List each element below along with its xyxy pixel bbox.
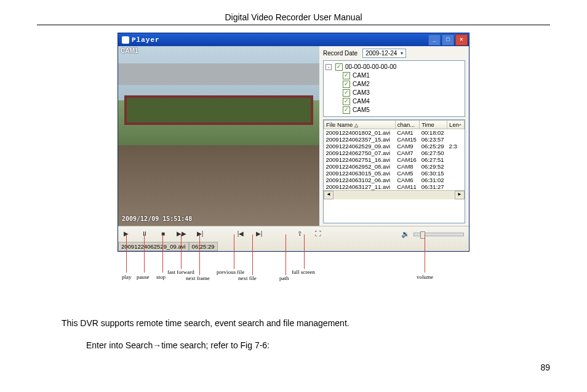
title-rule (37, 25, 550, 25)
checkbox-icon[interactable]: ✓ (343, 72, 350, 79)
tree-item[interactable]: ✓CAM2 (325, 80, 463, 89)
next-frame-button[interactable]: ▶| (196, 229, 204, 238)
checkbox-icon[interactable]: ✓ (343, 106, 350, 114)
pause-button[interactable]: ⏸ (140, 229, 149, 238)
record-date-picker[interactable]: 2009-12-24 ▾ (362, 49, 406, 58)
table-row[interactable]: 20091224062952_08.aviCAM806:29:52 (324, 163, 465, 170)
tree-collapse-icon[interactable]: - (325, 64, 332, 70)
col-time[interactable]: Time (420, 121, 447, 129)
playback-controls: ▶ ⏸ ■ ▶▶ ▶| |◀ ▶| ⇪ ⛶ 🔉 20091224062529_0… (118, 226, 469, 251)
tree-item-label: CAM1 (353, 71, 370, 80)
video-pane: CAM1 2009/12/09 15:51:48 (118, 46, 319, 226)
col-length[interactable]: Len^ (447, 121, 465, 129)
player-window: Player _ □ × CAM1 2009/12/09 15:51:48 Re… (118, 33, 469, 252)
status-filename: 20091224062529_09.avi (118, 242, 189, 251)
stop-button[interactable]: ■ (159, 229, 167, 238)
camera-label: CAM1 (121, 47, 138, 54)
body-paragraph-1: This DVR supports remote time search, ev… (62, 318, 550, 328)
checkbox-icon[interactable]: ✓ (335, 63, 343, 71)
tree-item[interactable]: ✓CAM4 (325, 97, 463, 106)
next-file-button[interactable]: ▶| (255, 229, 263, 238)
table-row[interactable]: 20091224062357_15.aviCAM1506:23:57 (324, 136, 465, 143)
device-tree[interactable]: - ✓ 00-00-00-00-00-00 ✓CAM1✓CAM2✓CAM3✓CA… (323, 60, 465, 117)
tree-item-label: CAM2 (353, 80, 370, 89)
maximize-button[interactable]: □ (442, 34, 454, 46)
scroll-right-icon[interactable]: ► (455, 191, 465, 199)
status-time: 06:25:29 (189, 242, 218, 251)
col-channel[interactable]: chan... (395, 121, 419, 129)
tree-root-label: 00-00-00-00-00-00 (345, 63, 396, 71)
body-paragraph-2: Enter into Search→time search; refer to … (86, 340, 550, 350)
col-filename[interactable]: File Name △ (324, 121, 396, 129)
video-timestamp: 2009/12/09 15:51:48 (122, 215, 192, 222)
tree-item[interactable]: ✓CAM5 (325, 106, 463, 114)
volume-icon[interactable]: 🔉 (401, 230, 410, 238)
fast-forward-button[interactable]: ▶▶ (177, 229, 186, 238)
tree-item-label: CAM4 (353, 97, 370, 106)
close-button[interactable]: × (455, 34, 468, 46)
file-list[interactable]: File Name △ chan... Time Len^ 2009122400… (323, 119, 465, 223)
checkbox-icon[interactable]: ✓ (343, 89, 350, 97)
dropdown-icon: ▾ (401, 50, 403, 56)
h-scrollbar[interactable]: ◄ ► (324, 190, 465, 199)
table-row[interactable]: 20091224063127_11.aviCAM1106:31:27 (324, 183, 465, 190)
table-row[interactable]: 20091224062751_16.aviCAM1606:27:51 (324, 156, 465, 163)
page-number: 89 (37, 362, 550, 372)
table-row[interactable]: 20091224001802_01.aviCAM100:18:02 (324, 129, 465, 137)
path-button[interactable]: ⇪ (295, 229, 304, 238)
table-row[interactable]: 20091224062750_07.aviCAM706:27:50 (324, 150, 465, 156)
tree-item[interactable]: ✓CAM3 (325, 89, 463, 97)
titlebar[interactable]: Player _ □ × (118, 33, 469, 46)
window-title: Player (132, 36, 160, 44)
checkbox-icon[interactable]: ✓ (343, 98, 350, 105)
prev-file-button[interactable]: |◀ (236, 229, 245, 238)
volume-slider[interactable] (413, 233, 464, 236)
tree-item[interactable]: ✓CAM1 (325, 71, 463, 80)
record-date-label: Record Date (323, 50, 357, 57)
table-row[interactable]: 20091224062529_09.aviCAM906:25:292:3 (324, 143, 465, 150)
tree-item-label: CAM5 (353, 106, 370, 114)
checkbox-icon[interactable]: ✓ (343, 81, 350, 88)
minimize-button[interactable]: _ (428, 34, 441, 46)
fullscreen-button[interactable]: ⛶ (314, 229, 322, 238)
tree-item-label: CAM3 (353, 89, 370, 97)
table-row[interactable]: 20091224063015_05.aviCAM506:30:15 (324, 170, 465, 177)
scroll-left-icon[interactable]: ◄ (324, 191, 333, 199)
table-row[interactable]: 20091224063102_06.aviCAM606:31:02 (324, 177, 465, 183)
page-title: Digital Video Recorder User Manual (37, 12, 550, 22)
record-date-value: 2009-12-24 (365, 50, 397, 57)
app-icon (122, 36, 129, 44)
control-annotations: play pause stop fast forward next frame … (118, 257, 469, 300)
